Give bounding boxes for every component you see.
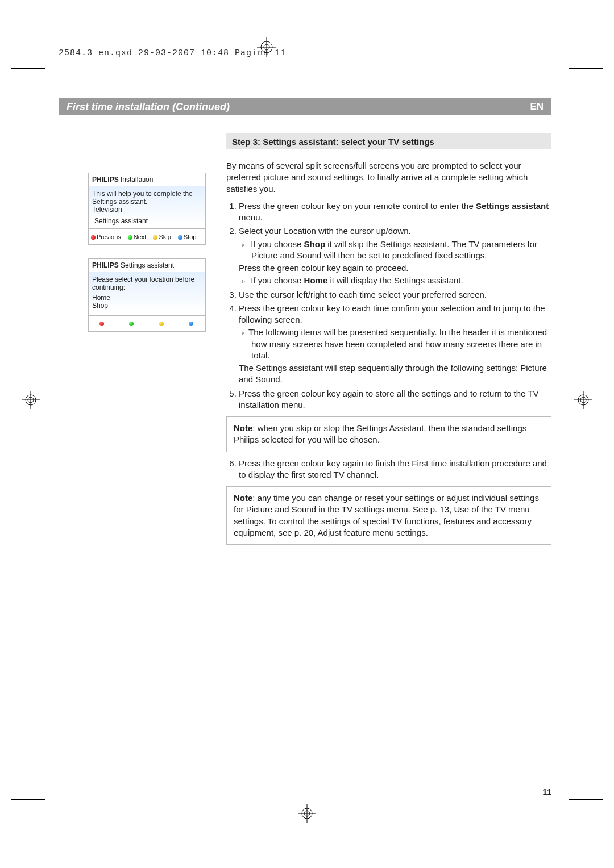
step-3: Use the cursor left/right to each time s… — [239, 289, 551, 301]
red-dot-icon — [91, 235, 96, 240]
menu-line: Shop — [92, 302, 202, 310]
cropmark — [47, 33, 47, 67]
menu-body: This will help you to complete the Setti… — [88, 186, 206, 229]
menu-header: PHILIPS Settings assistant — [88, 258, 206, 272]
menu-body: Please select your location before conti… — [88, 272, 206, 316]
cropmark — [11, 68, 45, 69]
menu-line: Home — [92, 294, 202, 302]
step-4: Press the green colour key to each time … — [239, 303, 551, 386]
green-dot-icon — [128, 235, 132, 240]
print-slug: 2584.3 en.qxd 29-03-2007 10:48 Pagina 11 — [59, 48, 286, 58]
cropmark — [569, 799, 603, 800]
note-box: Note: when you skip or stop the Settings… — [226, 416, 551, 452]
page-title: First time installation (Continued) — [67, 101, 530, 113]
menu-header: PHILIPS Installation — [88, 173, 206, 186]
colour-key-previous: Previous — [91, 233, 121, 240]
yellow-dot-icon — [153, 235, 157, 240]
registration-mark-icon — [257, 37, 276, 57]
menu-line: Television — [92, 206, 202, 214]
blue-dot-icon — [189, 322, 193, 326]
menu-footer: Previous Next Skip Stop — [88, 229, 206, 245]
menu-title: Installation — [121, 176, 153, 183]
cropmark — [47, 801, 47, 835]
menu-preview-installation: PHILIPS Installation This will help you … — [88, 173, 206, 245]
red-dot-icon — [99, 322, 104, 326]
instruction-list-cont: Press the green colour key again to fini… — [226, 458, 551, 481]
note-label: Note — [234, 423, 252, 433]
step-1: Press the green colour key on your remot… — [239, 201, 551, 224]
green-dot-icon — [129, 322, 134, 326]
step-extra: Press the green colour key again to proc… — [239, 262, 551, 274]
cropmark — [567, 801, 567, 835]
colour-key-skip: Skip — [153, 233, 171, 240]
cropmark — [569, 68, 603, 69]
substep: The following items will be presented se… — [239, 327, 551, 361]
colour-key-stop: Stop — [178, 233, 197, 240]
menu-line: Please select your location before conti… — [92, 276, 202, 291]
colour-key-next: Next — [128, 233, 147, 240]
brand-label: PHILIPS — [92, 261, 119, 269]
substep: If you choose Home it will display the S… — [239, 275, 551, 286]
page-title-bar: First time installation (Continued) EN — [59, 98, 551, 115]
page-number: 11 — [542, 787, 551, 796]
registration-mark-icon — [574, 391, 592, 409]
yellow-dot-icon — [159, 322, 164, 326]
note-text: : when you skip or stop the Settings Ass… — [234, 423, 526, 444]
menu-line: This will help you to complete the Setti… — [92, 190, 202, 206]
menu-selected-item: Settings assistant — [92, 216, 151, 226]
note-text: : any time you can change or reset your … — [234, 493, 539, 537]
language-badge: EN — [530, 101, 544, 112]
note-box: Note: any time you can change or reset y… — [226, 486, 551, 545]
menu-footer — [88, 316, 206, 332]
menu-preview-settings-assistant: PHILIPS Settings assistant Please select… — [88, 258, 206, 332]
note-label: Note — [234, 493, 252, 503]
intro-paragraph: By means of several split screens/full s… — [226, 160, 551, 195]
blue-dot-icon — [178, 235, 182, 240]
registration-mark-icon — [22, 391, 40, 409]
menu-title: Settings assistant — [121, 261, 174, 269]
step-6: Press the green colour key again to fini… — [239, 458, 551, 481]
substep: If you choose Shop it will skip the Sett… — [239, 239, 551, 262]
step-2: Select your Location with the cursor up/… — [239, 226, 551, 286]
cropmark — [567, 33, 567, 67]
step-heading: Step 3: Settings assistant: select your … — [226, 133, 551, 149]
manual-page: 2584.3 en.qxd 29-03-2007 10:48 Pagina 11… — [0, 0, 614, 868]
body-text: By means of several split screens/full s… — [226, 160, 551, 550]
registration-mark-icon — [298, 804, 316, 823]
brand-label: PHILIPS — [92, 176, 119, 183]
cropmark — [11, 799, 45, 800]
instruction-list: Press the green colour key on your remot… — [226, 201, 551, 411]
step-extra: The Settings assistant will step sequent… — [239, 362, 551, 386]
step-5: Press the green colour key again to stor… — [239, 388, 551, 411]
